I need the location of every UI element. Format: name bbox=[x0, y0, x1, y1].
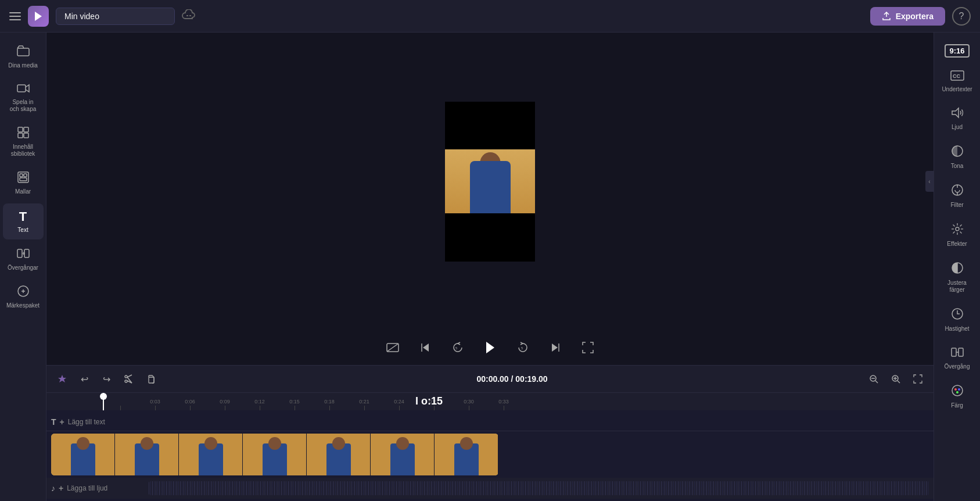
svg-rect-6 bbox=[18, 133, 23, 138]
filter-icon bbox=[951, 184, 964, 199]
right-panel-ljud[interactable]: Ljud bbox=[936, 101, 978, 137]
ruler-tick: 0:21 bbox=[347, 399, 382, 410]
add-text-button[interactable]: + bbox=[60, 417, 64, 427]
svg-line-52 bbox=[953, 232, 954, 234]
project-title-input[interactable] bbox=[56, 8, 175, 25]
svg-line-16 bbox=[387, 343, 399, 352]
right-sidebar: 9:16 CC Undertexter Ljud Tona bbox=[934, 33, 980, 501]
svg-rect-30 bbox=[149, 377, 154, 383]
sidebar-item-text[interactable]: T Text bbox=[3, 203, 44, 239]
right-panel-undertexter[interactable]: CC Undertexter bbox=[936, 65, 978, 99]
video-black-bottom bbox=[445, 213, 535, 262]
fit-timeline-button[interactable] bbox=[909, 370, 927, 388]
playback-controls: 5 5 bbox=[46, 330, 934, 365]
sidebar-item-overgangar[interactable]: Övergångar bbox=[3, 242, 44, 277]
svg-line-27 bbox=[127, 375, 132, 377]
svg-line-51 bbox=[960, 225, 961, 227]
cut-button[interactable] bbox=[120, 370, 137, 388]
sidebar-item-mallar[interactable]: Mallar bbox=[3, 166, 44, 201]
ruler-tick: 0:09 bbox=[207, 399, 242, 410]
sidebar-item-markespaket[interactable]: Märkespaket bbox=[3, 280, 44, 315]
timeline-time-display: 00:00.00 / 00:19.00 bbox=[164, 374, 860, 384]
tona-icon bbox=[951, 145, 964, 160]
right-panel-justera-farger[interactable]: Justera färger bbox=[936, 256, 978, 299]
redo-button[interactable]: ↪ bbox=[98, 370, 115, 388]
sidebar-item-dina-media[interactable]: Dina media bbox=[3, 40, 44, 75]
aspect-ratio-selector[interactable]: 9:16 bbox=[940, 40, 974, 62]
svg-rect-7 bbox=[24, 133, 28, 138]
video-thumbnail bbox=[115, 434, 179, 475]
person-body bbox=[470, 161, 511, 213]
svg-line-35 bbox=[898, 381, 900, 383]
svg-point-26 bbox=[125, 380, 127, 382]
ruler-tick: 0:03 bbox=[138, 399, 173, 410]
template-icon bbox=[17, 171, 29, 186]
subtitles-off-button[interactable] bbox=[382, 337, 403, 358]
svg-point-25 bbox=[125, 375, 127, 378]
video-canvas bbox=[445, 102, 535, 262]
fullscreen-button[interactable] bbox=[577, 337, 598, 358]
video-track-row bbox=[46, 431, 934, 478]
ruler-tick: 0:18 bbox=[312, 399, 347, 410]
topbar: Exportera ? bbox=[0, 0, 980, 33]
audio-track-label: ♪ + Lägga till ljud bbox=[51, 484, 144, 493]
video-person-area bbox=[445, 149, 535, 213]
copy-button[interactable] bbox=[142, 370, 159, 388]
svg-rect-12 bbox=[17, 249, 22, 257]
magic-tool-button[interactable] bbox=[53, 370, 71, 388]
play-button[interactable] bbox=[480, 337, 501, 358]
add-audio-button[interactable]: + bbox=[59, 484, 63, 493]
video-thumbnails-strip[interactable] bbox=[51, 434, 498, 475]
svg-marker-40 bbox=[952, 108, 959, 117]
text-track-label: T + Lägg till text bbox=[51, 417, 144, 427]
hamburger-menu-button[interactable] bbox=[9, 12, 21, 20]
export-button[interactable]: Exportera bbox=[870, 7, 945, 26]
right-panel-hastighet[interactable]: Hastighet bbox=[936, 302, 978, 338]
svg-line-32 bbox=[875, 381, 878, 383]
svg-marker-20 bbox=[486, 342, 494, 353]
undo-button[interactable]: ↩ bbox=[76, 370, 93, 388]
text-icon: T bbox=[19, 209, 27, 224]
svg-line-49 bbox=[953, 225, 954, 227]
sidebar-item-innehall[interactable]: Innehåll sbibliotek bbox=[3, 121, 44, 163]
sidebar-item-spela-in[interactable]: Spela in och skapa bbox=[3, 77, 44, 119]
right-panel-label: Tona bbox=[951, 163, 964, 170]
help-button[interactable]: ? bbox=[952, 7, 971, 26]
right-panel-label: Undertexter bbox=[942, 86, 972, 93]
svg-point-62 bbox=[956, 391, 959, 393]
ruler-tick: 0:33 bbox=[486, 399, 521, 410]
sidebar-item-label: Märkespaket bbox=[6, 302, 40, 309]
timeline-toolbar: ↩ ↪ 00:00.00 / 00:19.00 bbox=[46, 366, 934, 393]
right-panel-tona[interactable]: Tona bbox=[936, 139, 978, 176]
playhead[interactable] bbox=[103, 393, 104, 410]
cc-icon: CC bbox=[950, 70, 964, 84]
sidebar-item-label: Övergångar bbox=[8, 264, 38, 271]
right-panel-collapse-handle[interactable]: ‹ bbox=[925, 171, 934, 192]
svg-marker-0 bbox=[35, 12, 42, 21]
sidebar-item-label: Spela in och skapa bbox=[10, 99, 37, 113]
next-frame-button[interactable] bbox=[545, 337, 566, 358]
right-panel-label: Justera färger bbox=[947, 280, 967, 294]
right-panel-filter[interactable]: Filter bbox=[936, 178, 978, 214]
rewind-button[interactable]: 5 bbox=[447, 337, 468, 358]
contrast-icon bbox=[951, 262, 964, 277]
color-icon bbox=[951, 384, 964, 400]
svg-rect-5 bbox=[24, 127, 28, 132]
right-panel-label: Filter bbox=[950, 202, 963, 209]
transition-icon bbox=[17, 248, 30, 262]
grid-icon bbox=[17, 127, 29, 141]
svg-rect-13 bbox=[24, 249, 29, 257]
zoom-out-button[interactable] bbox=[865, 370, 882, 388]
forward-button[interactable]: 5 bbox=[512, 337, 533, 358]
zoom-in-button[interactable] bbox=[887, 370, 904, 388]
prev-frame-button[interactable] bbox=[415, 337, 436, 358]
svg-rect-3 bbox=[17, 85, 26, 92]
right-panel-farg[interactable]: Färg bbox=[936, 378, 978, 415]
export-button-label: Exportera bbox=[896, 12, 934, 21]
svg-text:5: 5 bbox=[455, 346, 458, 350]
svg-point-59 bbox=[952, 385, 963, 396]
right-panel-overgang[interactable]: Övergång bbox=[936, 341, 978, 376]
ruler-tick: 0:30 bbox=[451, 399, 486, 410]
right-panel-effekter[interactable]: Effekter bbox=[936, 217, 978, 253]
brand-icon bbox=[17, 285, 29, 300]
